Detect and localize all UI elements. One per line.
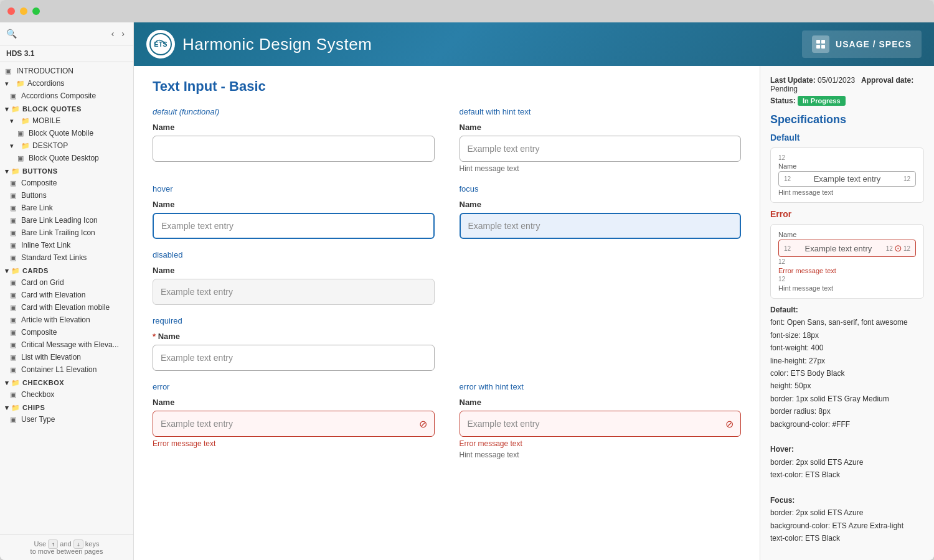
- field-label-error-hint: Name: [460, 398, 742, 407]
- footer-text3: keys: [85, 540, 100, 548]
- sidebar-item-card-on-grid[interactable]: ▣ Card on Grid: [0, 276, 133, 289]
- folder-icon: 📁: [11, 105, 21, 113]
- spec-error-num-right2: 12: [903, 245, 910, 252]
- chevron-down-icon: ▾: [10, 142, 19, 150]
- page-icon: ▣: [10, 279, 19, 287]
- spec-focus-value: border: 2px solid ETS Azurebackground-co…: [770, 508, 903, 543]
- spec-focus-block: Focus: border: 2px solid ETS Azurebackgr…: [770, 494, 924, 545]
- spec-error-text: Error message text: [778, 267, 916, 274]
- page-icon: ▣: [10, 254, 19, 262]
- input-hover[interactable]: [153, 213, 435, 239]
- sidebar-item-composite[interactable]: ▣ Composite: [0, 177, 133, 189]
- nav-next-button[interactable]: ›: [119, 27, 127, 40]
- sidebar-item-bare-link-leading[interactable]: ▣ Bare Link Leading Icon: [0, 214, 133, 226]
- specs-meta-status: Status: In Progress: [770, 96, 924, 106]
- specs-meta-update: Last Update: 05/01/2023 Approval date: P…: [770, 76, 924, 93]
- sidebar-item-label: Card with Elevation: [21, 291, 85, 299]
- error-text-1: Error message text: [153, 439, 435, 448]
- section-label-default: default (functional): [153, 107, 435, 116]
- chevron-down-icon: ▾: [10, 117, 19, 125]
- field-label-error: Name: [153, 398, 435, 407]
- form-section-focus: focus Name: [460, 184, 742, 239]
- page-icon: ▣: [10, 291, 19, 299]
- main-content: Text Input - Basic default (functional) …: [134, 66, 760, 560]
- section-label-error: error: [153, 382, 435, 391]
- input-error[interactable]: [153, 411, 435, 437]
- sidebar-item-label: Block Quote Desktop: [29, 154, 99, 162]
- sidebar-item-label: INTRODUCTION: [16, 67, 73, 75]
- footer-text2: and: [60, 540, 71, 548]
- sidebar-item-label: Inline Text Link: [21, 241, 70, 250]
- sidebar-item-block-quote-mobile[interactable]: ▣ Block Quote Mobile: [0, 127, 133, 139]
- sidebar-item-composite2[interactable]: ▣ Composite: [0, 326, 133, 338]
- input-error-hint[interactable]: [460, 411, 742, 437]
- sidebar-item-card-elevation-mobile[interactable]: ▣ Card with Elevation mobile: [0, 301, 133, 314]
- sidebar-item-desktop[interactable]: ▾ 📁 DESKTOP: [0, 139, 133, 152]
- page-icon: ▣: [10, 92, 19, 100]
- sidebar-item-accordions-composite[interactable]: ▣ Accordions Composite: [0, 90, 133, 102]
- search-icon[interactable]: 🔍: [6, 29, 17, 39]
- sidebar-item-bare-link[interactable]: ▣ Bare Link: [0, 202, 133, 214]
- close-dot[interactable]: [7, 7, 15, 15]
- form-section-empty2: [460, 316, 742, 371]
- sidebar-item-buttons[interactable]: ▣ Buttons: [0, 189, 133, 202]
- chevron-down-icon: ▾: [5, 167, 9, 175]
- sidebar-item-mobile[interactable]: ▾ 📁 MOBILE: [0, 114, 133, 127]
- spec-default-label: Default:: [770, 306, 798, 314]
- spec-hover-block: Hover: border: 2px solid ETS Azuretext-c…: [770, 443, 924, 481]
- sidebar-item-article-elevation[interactable]: ▣ Article with Elevation: [0, 314, 133, 326]
- input-default[interactable]: [153, 136, 435, 162]
- field-label-default: Name: [153, 123, 435, 132]
- hint-text-error: Hint message text: [460, 450, 742, 459]
- sidebar-item-user-type[interactable]: ▣ User Type: [0, 413, 133, 426]
- input-default-hint[interactable]: [460, 136, 742, 162]
- specs-icon: [812, 35, 829, 53]
- specs-title: Specifications: [770, 113, 924, 126]
- hint-text-default: Hint message text: [460, 164, 742, 173]
- maximize-dot[interactable]: [32, 7, 40, 15]
- page-icon: ▣: [17, 129, 26, 138]
- section-label-disabled: disabled: [153, 250, 435, 259]
- svg-rect-4: [816, 45, 820, 49]
- spec-input-num-left: 12: [784, 175, 791, 182]
- sidebar-item-card-elevation[interactable]: ▣ Card with Elevation: [0, 289, 133, 301]
- sidebar-item-introduction[interactable]: ▣ INTRODUCTION: [0, 65, 133, 77]
- input-disabled[interactable]: [153, 279, 435, 305]
- input-required[interactable]: [153, 345, 435, 371]
- page-icon: ▣: [10, 179, 19, 187]
- chevron-down-icon: ▾: [5, 404, 9, 411]
- form-grid-row5: error Name ⊘ Error message text error wi…: [153, 382, 741, 459]
- content-area: ETS Harmonic Design System: [134, 22, 934, 560]
- sidebar-item-accordions[interactable]: ▾ 📁 Accordions: [0, 77, 133, 90]
- sidebar-item-checkbox[interactable]: ▣ Checkbox: [0, 388, 133, 401]
- folder-icon: 📁: [21, 142, 30, 150]
- input-focus[interactable]: [460, 213, 742, 239]
- section-label-focus: focus: [460, 184, 742, 194]
- sidebar-item-label: Standard Text Links: [21, 253, 87, 262]
- spec-error-input-text: Example text entry: [805, 244, 872, 253]
- sidebar-group-cards: ▾ 📁 CARDS: [0, 264, 133, 276]
- sidebar-item-label: MOBILE: [32, 116, 60, 125]
- sidebar-item-critical-message[interactable]: ▣ Critical Message with Eleva...: [0, 338, 133, 351]
- spec-focus-label: Focus:: [770, 496, 795, 505]
- sidebar-item-label: Accordions: [27, 79, 64, 88]
- chevron-down-icon: ▾: [5, 379, 9, 386]
- sidebar-item-label: Checkbox: [21, 390, 54, 399]
- minimize-dot[interactable]: [20, 7, 27, 15]
- page-icon: ▣: [10, 217, 19, 225]
- sidebar-item-standard-text-links[interactable]: ▣ Standard Text Links: [0, 251, 133, 264]
- sidebar-item-block-quote-desktop[interactable]: ▣ Block Quote Desktop: [0, 152, 133, 164]
- header-right-label: USAGE / SPECS: [836, 39, 912, 49]
- form-section-error: error Name ⊘ Error message text: [153, 382, 435, 459]
- sidebar-item-inline-text-link[interactable]: ▣ Inline Text Link: [0, 239, 133, 251]
- body-split: Text Input - Basic default (functional) …: [134, 66, 934, 560]
- sidebar-item-bare-link-trailing[interactable]: ▣ Bare Link Trailing Icon: [0, 226, 133, 239]
- sidebar-item-label: Card on Grid: [21, 278, 64, 287]
- form-section-empty: [460, 250, 742, 305]
- svg-rect-3: [821, 40, 825, 44]
- nav-prev-button[interactable]: ‹: [109, 27, 117, 40]
- sidebar-item-list-elevation[interactable]: ▣ List with Elevation: [0, 351, 133, 363]
- spec-hint-num-bottom: 12: [778, 276, 916, 282]
- sidebar-item-container-l1[interactable]: ▣ Container L1 Elevation: [0, 363, 133, 376]
- form-section-default: default (functional) Name: [153, 107, 435, 173]
